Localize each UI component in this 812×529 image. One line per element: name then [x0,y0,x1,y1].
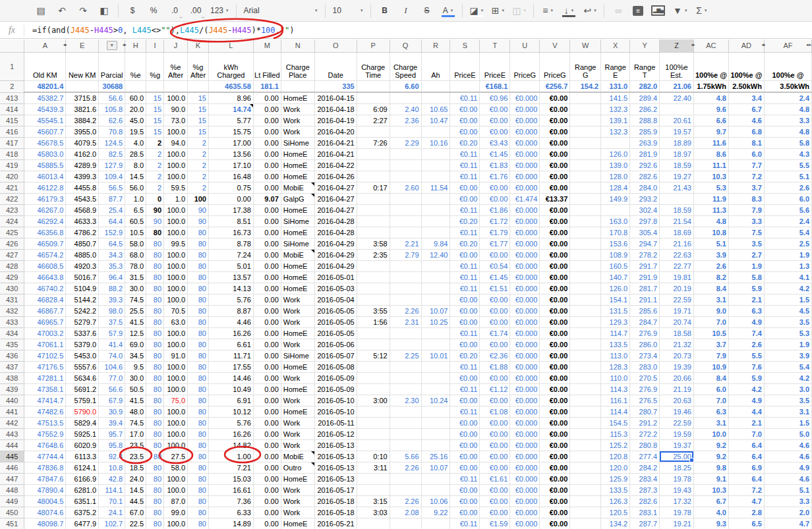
column-header-A[interactable]: A◂ [24,40,66,52]
row-header[interactable]: 438 [0,372,24,383]
cell[interactable] [570,215,601,227]
cell[interactable]: 69.0 [125,339,146,350]
cell[interactable]: 5.77 [208,115,253,126]
cell[interactable]: 6.4 [728,439,764,451]
cell[interactable]: 10.9 [693,361,728,372]
cell[interactable] [570,350,601,361]
cell[interactable]: €1.474 [510,193,540,204]
cell[interactable]: 4.9 [728,395,764,406]
cell[interactable]: 80 [146,305,164,316]
cell-T2[interactable]: €168.1 [480,80,510,92]
cell[interactable]: 47061.1 [24,339,66,350]
cell[interactable]: €0.00 [480,451,510,462]
cell[interactable]: 114.1 [99,484,125,495]
cell[interactable] [421,473,450,484]
cell[interactable]: €0.00 [450,339,480,350]
cell[interactable]: 134.2 [601,518,630,529]
cell[interactable]: 2 [146,159,164,171]
cell[interactable] [570,305,601,316]
row-header[interactable]: 430 [0,283,24,294]
column-header-R[interactable]: R [421,40,450,52]
cell[interactable]: 5.3 [764,327,811,339]
cell[interactable]: 7.24 [208,249,253,260]
cell[interactable]: 2.8 [728,507,764,518]
cell[interactable]: 7.2 [728,484,764,495]
cell[interactable] [390,260,421,271]
cell[interactable] [601,137,630,148]
cell[interactable] [390,372,421,383]
cell[interactable]: 5790.0 [66,406,99,417]
cell[interactable] [570,271,601,283]
borders-button[interactable]: ⊞▾ [488,3,507,18]
cell[interactable]: 20.61 [660,115,694,126]
cell[interactable]: €0.00 [540,406,570,417]
cell[interactable]: €0.000 [510,518,540,529]
cell[interactable]: 10.24 [421,395,450,406]
cell[interactable] [570,439,601,451]
cell[interactable]: €1.86 [480,204,510,215]
cell[interactable]: 100.0 [164,171,188,182]
cell[interactable]: 2 [188,159,209,171]
cell[interactable]: €0.20 [450,137,480,148]
cell[interactable]: 46013.4 [24,171,66,182]
row-header[interactable]: 425 [0,227,24,238]
cell[interactable]: 10.5 [693,327,728,339]
cell[interactable] [570,126,601,137]
cell[interactable]: 0.00 [253,92,281,103]
cell[interactable]: €0.11 [450,271,480,283]
cell[interactable]: 291.2 [630,417,660,428]
cell[interactable]: 15 [188,92,209,103]
cell[interactable] [421,417,450,428]
cell[interactable]: 2.26 [390,462,421,473]
cell[interactable]: 80 [188,316,209,327]
cell[interactable]: 1.9 [764,249,811,260]
cell[interactable]: 6.4 [728,473,764,484]
cell[interactable]: 4.1 [764,271,811,283]
cell[interactable]: 63.0 [164,316,188,327]
row-header[interactable]: 445 [0,451,24,462]
cell[interactable]: 4.0 [125,137,146,148]
cell[interactable]: 2.26 [390,305,421,316]
cell[interactable]: €13.37 [540,193,570,204]
cell[interactable]: 2016-05-04 [314,294,357,305]
cell[interactable]: 80 [188,406,209,417]
cell[interactable]: 2016-05-05 [314,305,357,316]
cell[interactable]: 47890.4 [24,484,66,495]
cell[interactable]: 16.26 [208,428,253,439]
cell[interactable]: 8.0 [125,159,146,171]
cell[interactable]: 276.9 [630,327,660,339]
cell[interactable]: 6124.1 [66,462,99,473]
cell[interactable]: 2:35 [357,249,390,260]
cell[interactable]: 34.3 [99,249,125,260]
cell[interactable]: 2016-05-06 [314,339,357,350]
cell[interactable]: 8.87 [208,305,253,316]
cell[interactable]: 23.5 [125,439,146,451]
cell[interactable]: €0.20 [450,238,480,249]
cell[interactable]: 2016-04-20 [314,126,357,137]
cell[interactable]: €0.000 [510,283,540,294]
cell[interactable]: 18.59 [660,204,694,215]
cell[interactable]: 9.5 [125,361,146,372]
cell[interactable]: 100.0 [164,428,188,439]
insert-chart-icon[interactable]: ▂▆▄ [651,5,665,16]
header-L1[interactable]: kWh Charged [208,52,253,80]
cell[interactable]: €0.000 [510,428,540,439]
cell[interactable]: €0.11 [450,283,480,294]
cell[interactable] [421,339,450,350]
cell[interactable]: 4.6 [764,439,811,451]
cell[interactable]: 2.25 [390,350,421,361]
cell[interactable]: 70.5 [164,305,188,316]
cell[interactable]: 14.5 [125,484,146,495]
cell[interactable] [390,428,421,439]
cell[interactable]: 7.36 [208,495,253,507]
cell[interactable]: 80 [146,495,164,507]
header-J1[interactable]: %e After [164,52,188,80]
cell[interactable]: €0.000 [510,473,540,484]
cell[interactable]: 90 [188,215,209,227]
cell[interactable]: €0.00 [540,484,570,495]
cell[interactable]: 0.00 [253,327,281,339]
cell[interactable]: €0.00 [450,428,480,439]
cell[interactable]: 80 [188,327,209,339]
cell[interactable]: 80 [146,473,164,484]
cell[interactable]: 5.1 [693,238,728,249]
